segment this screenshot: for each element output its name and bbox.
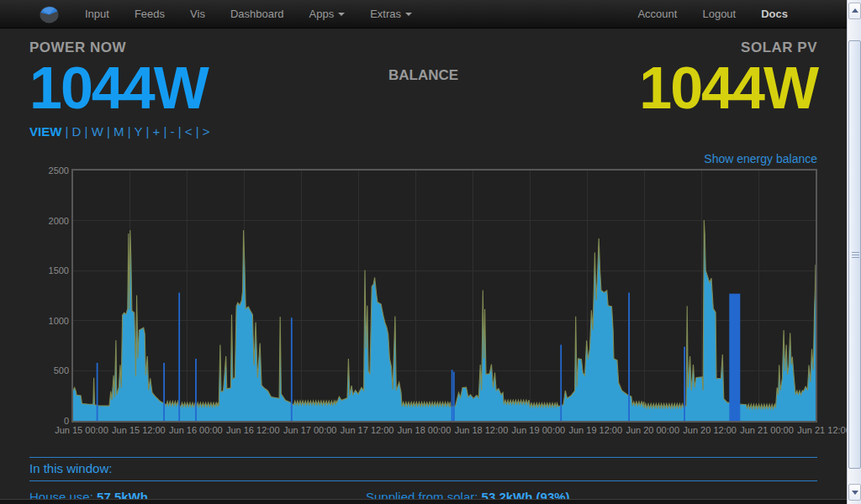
vertical-scrollbar[interactable] xyxy=(847,0,861,504)
view-separator: | xyxy=(124,124,135,139)
y-tick-label: 2000 xyxy=(49,216,69,226)
view-separator: | xyxy=(142,124,152,139)
thumb-grip-icon xyxy=(852,255,859,255)
y-tick-label: 1500 xyxy=(49,265,69,276)
arrow-up-icon xyxy=(852,8,858,13)
navbar-right-menu: Account Logout Docs xyxy=(625,0,847,29)
power-now-value: 1044W xyxy=(29,56,341,120)
y-tick-label: 500 xyxy=(54,365,69,375)
grid-import-bar xyxy=(291,318,293,421)
view-separator: | xyxy=(175,124,185,139)
nav-item-extras-label: Extras xyxy=(370,8,401,20)
grid-import-bar xyxy=(163,363,165,421)
view-link-Y[interactable]: Y xyxy=(135,124,143,139)
view-link-W[interactable]: W xyxy=(92,124,103,139)
view-separator: | xyxy=(81,124,91,139)
caret-down-icon xyxy=(338,13,345,16)
x-tick-label: Jun 20 12:00 xyxy=(683,425,737,435)
scroll-down-button[interactable] xyxy=(848,484,861,501)
grid-import-bar xyxy=(729,294,740,421)
chart-x-axis: Jun 15 00:00Jun 15 12:00Jun 16 00:00Jun … xyxy=(82,425,817,440)
view-link-+[interactable]: + xyxy=(153,124,161,139)
window-summary: In this window: House use: 57.5kWh Solar… xyxy=(29,457,817,504)
view-link-M[interactable]: M xyxy=(114,124,124,139)
nav-item-account[interactable]: Account xyxy=(625,0,689,29)
x-tick-label: Jun 19 12:00 xyxy=(568,425,622,435)
grid-import-bar xyxy=(178,292,180,421)
x-tick-label: Jun 17 12:00 xyxy=(341,425,394,435)
view-separator: | xyxy=(66,124,72,139)
x-tick-label: Jun 17 00:00 xyxy=(283,425,337,435)
bottom-divider xyxy=(0,499,847,504)
view-separator: | xyxy=(160,124,170,139)
x-tick-label: Jun 16 12:00 xyxy=(226,425,280,435)
solar-pv-value: 1044W xyxy=(639,56,817,120)
solar-pv-title: SOLAR PV xyxy=(741,39,817,56)
house-power-area-chart[interactable] xyxy=(73,171,816,421)
x-tick-label: Jun 21 00:00 xyxy=(740,425,794,435)
grid-import-bar xyxy=(684,347,685,421)
nav-item-logout[interactable]: Logout xyxy=(689,0,748,29)
power-chart: 05001000150020002500 xyxy=(29,169,817,423)
power-header: POWER NOW 1044W VIEW | D | W | M | Y | +… xyxy=(29,39,817,165)
nav-item-dashboard[interactable]: Dashboard xyxy=(218,0,297,29)
gauge-logo-icon xyxy=(38,4,61,24)
x-tick-label: Jun 18 00:00 xyxy=(398,425,452,435)
show-energy-balance-link[interactable]: Show energy balance xyxy=(704,152,817,165)
grid-import-bar xyxy=(628,292,630,421)
nav-item-extras-dropdown[interactable]: Extras xyxy=(357,0,425,29)
navbar-left-menu: Input Feeds Vis Dashboard Apps Extras xyxy=(72,0,425,29)
x-tick-label: Jun 19 00:00 xyxy=(512,425,566,435)
nav-item-feeds[interactable]: Feeds xyxy=(122,0,177,29)
view-separator: | xyxy=(193,124,203,139)
power-now-title: POWER NOW xyxy=(29,39,341,56)
x-tick-label: Jun 15 00:00 xyxy=(55,425,108,435)
chart-plot-area[interactable] xyxy=(71,169,817,423)
solar-app-content: POWER NOW 1044W VIEW | D | W | M | Y | +… xyxy=(0,39,847,440)
y-tick-label: 2500 xyxy=(49,165,69,176)
nav-item-vis[interactable]: Vis xyxy=(177,0,218,29)
scrollbar-thumb[interactable] xyxy=(848,40,861,469)
nav-item-apps-label: Apps xyxy=(309,8,335,20)
x-tick-label: Jun 16 00:00 xyxy=(169,425,223,435)
caret-down-icon xyxy=(405,13,412,16)
view-controls: VIEW | D | W | M | Y | + | - | < | > xyxy=(29,124,341,139)
x-tick-label: Jun 18 12:00 xyxy=(455,425,509,435)
grid-import-bar xyxy=(97,363,98,421)
view-link->[interactable]: > xyxy=(203,124,210,139)
x-tick-label: Jun 21 12:00 xyxy=(797,425,851,435)
y-tick-label: 1000 xyxy=(49,316,69,326)
nav-item-apps-dropdown[interactable]: Apps xyxy=(297,0,358,29)
grid-import-bar xyxy=(195,359,197,421)
view-link-<[interactable]: < xyxy=(185,124,193,139)
grid-import-bar xyxy=(452,370,453,421)
view-separator: | xyxy=(103,124,114,139)
top-navbar: Input Feeds Vis Dashboard Apps Extras Ac… xyxy=(0,0,847,29)
grid-import-bar xyxy=(453,372,455,421)
chart-y-axis: 05001000150020002500 xyxy=(55,169,71,423)
x-tick-label: Jun 20 00:00 xyxy=(626,425,679,435)
emoncms-logo-icon[interactable] xyxy=(38,4,61,24)
x-tick-label: Jun 15 12:00 xyxy=(112,425,166,435)
app-page: Input Feeds Vis Dashboard Apps Extras Ac… xyxy=(0,0,847,504)
arrow-down-icon xyxy=(852,491,858,495)
balance-title: BALANCE xyxy=(388,67,458,84)
view-label: VIEW xyxy=(29,124,61,139)
scroll-up-button[interactable] xyxy=(848,3,861,19)
view-link-D[interactable]: D xyxy=(72,124,82,139)
nav-item-docs[interactable]: Docs xyxy=(748,0,800,29)
nav-item-input[interactable]: Input xyxy=(72,0,122,29)
grid-import-bar xyxy=(560,344,562,421)
summary-title: In this window: xyxy=(29,457,817,481)
